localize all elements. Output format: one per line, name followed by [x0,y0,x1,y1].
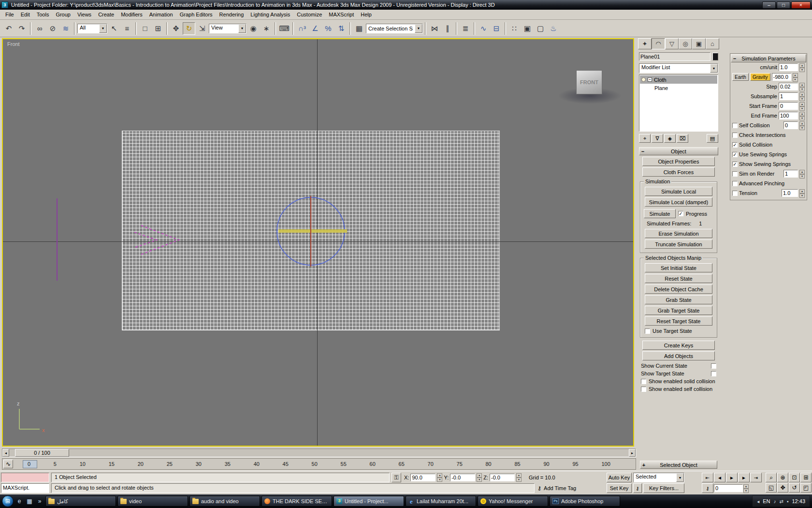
minimize-button[interactable]: – [762,1,776,9]
remove-modifier-icon[interactable]: ⌧ [677,134,688,143]
tray-chevron-icon[interactable]: ◂ [757,499,759,504]
menu-animation[interactable]: Animation [146,10,176,19]
previous-frame-icon[interactable]: ◄ [714,473,725,482]
spinner-control[interactable]: ▲▼ [799,121,805,130]
use-target-state-checkbox[interactable] [645,329,650,334]
auto-key-button[interactable]: Auto Key [607,473,632,482]
sim-on-render-checkbox[interactable] [732,171,738,177]
selection-lock-icon[interactable]: ⚿ [392,473,401,482]
erase-simulation-button[interactable]: Erase Simulation [645,229,712,238]
tray-status-icon[interactable]: ▪ [787,499,789,504]
set-initial-state-button[interactable]: Set Initial State [645,263,712,272]
select-by-name-icon[interactable]: ≡ [121,22,133,35]
menu-tools[interactable]: Tools [33,10,53,19]
arc-rotate-icon[interactable]: ↺ [789,483,800,493]
clock[interactable]: 12:43 [792,498,805,504]
tab-motion-icon[interactable]: ◎ [679,38,692,49]
advanced-pinching-checkbox[interactable] [732,181,738,186]
set-key-button[interactable]: Set Key [607,483,632,493]
zoom-extents-all-icon[interactable]: ⊞ [800,473,812,482]
snaps-toggle-icon[interactable]: ∩³ [296,22,308,35]
pin-stack-icon[interactable]: ⌖ [639,134,651,143]
spinner-control[interactable]: ▲▼ [743,484,749,493]
space-warp-arrow-inner[interactable] [134,232,157,248]
select-object-icon[interactable]: ↖ [108,22,120,35]
layer-manager-icon[interactable]: ≣ [459,22,472,35]
modifier-list-dropdown[interactable]: Modifier List ▼ [639,63,718,73]
menu-rendering[interactable]: Rendering [216,10,247,19]
menu-group[interactable]: Group [52,10,74,19]
spinner-control[interactable]: ▲▼ [799,170,805,178]
tab-hierarchy-icon[interactable]: ▽ [665,38,679,49]
taskbar-item[interactable]: audio and video [189,496,260,507]
chevron-down-icon[interactable]: ▼ [676,473,684,482]
object-color-swatch[interactable] [712,53,718,60]
zoom-all-icon[interactable]: ⊕ [777,473,788,482]
schematic-view-icon[interactable]: ⊟ [490,22,503,35]
show-enabled-solid-collision-checkbox[interactable] [641,379,646,384]
go-to-end-icon[interactable]: ⇥ [750,473,762,482]
start-button[interactable]: ⊞ [2,495,14,507]
start-frame-field[interactable] [779,102,798,110]
show-sewing-springs-checkbox[interactable]: ✓ [732,162,738,167]
select-and-link-icon[interactable]: ∞ [33,22,46,35]
stack-item-plane[interactable]: Plane [640,84,717,92]
spinner-snap-icon[interactable]: ⇅ [335,22,348,35]
menu-customize[interactable]: Customize [293,10,325,19]
rectangular-selection-icon[interactable]: □ [139,22,151,35]
progress-checkbox[interactable]: ✓ [678,211,683,216]
simulation-parameters-header[interactable]: − Simulation Parameters [731,54,806,62]
select-and-rotate-icon[interactable]: ↻ [183,22,195,35]
gravity-field[interactable] [772,73,791,81]
object-properties-button[interactable]: Object Properties [642,157,715,166]
maxscript-mini-listener[interactable]: MAXScript. [1,483,49,493]
percent-snap-icon[interactable]: % [322,22,334,35]
step-field[interactable] [779,83,798,90]
delete-object-cache-button[interactable]: Delete Object Cache [645,284,712,294]
gravity-button[interactable]: Gravity [750,73,770,81]
taskbar-item[interactable]: video [117,496,188,507]
unlink-selection-icon[interactable]: ⊘ [46,22,59,35]
front-text-object[interactable]: FRONT [576,70,602,94]
add-objects-button[interactable]: Add Objects [642,351,715,360]
self-collision-checkbox[interactable] [732,123,738,128]
use-sewing-springs-checkbox[interactable]: ✓ [732,152,738,157]
taskbar-item[interactable]: ☺ Yahoo! Messenger [478,496,548,507]
reset-target-state-button[interactable]: Reset Target State [645,316,712,326]
tension-field[interactable] [782,189,798,197]
spinner-control[interactable]: ▲▼ [799,189,805,197]
spinner-control[interactable]: ▲▼ [437,473,442,481]
chevron-down-icon[interactable]: ▼ [710,64,718,73]
y-coordinate-field[interactable] [450,474,475,481]
rendered-frame-window-icon[interactable]: ▢ [534,22,547,35]
mini-curve-editor-button[interactable]: ∿ [3,460,13,468]
named-selection-sets-field[interactable]: ▼ [366,24,423,33]
modifier-stack[interactable]: + Cloth Plane [639,75,718,132]
menu-graph-editors[interactable]: Graph Editors [176,10,216,19]
maximize-viewport-toggle-icon[interactable]: ◰ [800,483,812,493]
taskbar-item[interactable]: e Lailat Muharram 20t... [406,496,476,507]
show-enabled-self-collision-checkbox[interactable] [641,387,646,392]
time-slider-track[interactable] [69,449,629,457]
truncate-simulation-button[interactable]: Truncate Simulation [645,239,712,249]
menu-maxscript[interactable]: MAXScript [325,10,357,19]
angle-snap-icon[interactable]: ∠ [309,22,321,35]
object-name-field[interactable] [639,52,710,61]
menu-modifiers[interactable]: Modifiers [117,10,146,19]
redo-icon[interactable]: ↷ [15,22,28,35]
quick-launch-more-icon[interactable]: » [35,497,44,506]
pan-icon[interactable]: ✥ [777,483,788,493]
solid-collision-checkbox[interactable]: ✓ [732,142,738,148]
time-slider[interactable]: ◂ 0 / 100 ▸ [2,448,636,457]
spinner-control[interactable]: ▲▼ [799,112,805,120]
volume-icon[interactable]: ♪ [774,499,776,504]
taskbar-item-active[interactable]: 3 Untitled - Project... [334,496,404,507]
maximize-button[interactable]: □ [777,1,790,9]
time-slider-right-arrow[interactable]: ▸ [629,449,636,457]
go-to-start-icon[interactable]: ⇤ [702,473,713,482]
x-coordinate-field[interactable] [410,474,435,481]
render-setup-icon[interactable]: ▣ [521,22,534,35]
current-frame-field[interactable] [714,484,743,492]
curve-editor-icon[interactable]: ∿ [477,22,490,35]
space-warp-arrow-outer[interactable] [141,225,179,254]
